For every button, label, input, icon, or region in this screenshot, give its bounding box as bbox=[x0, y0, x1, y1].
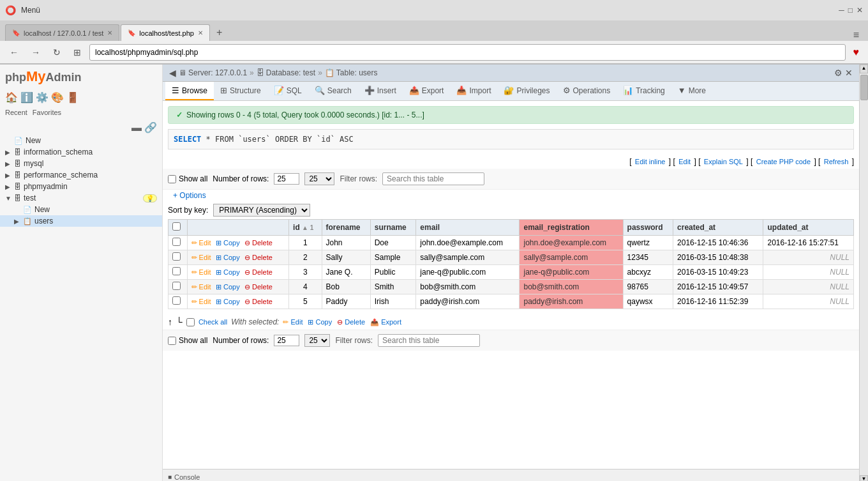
bookmark-icon[interactable]: ♥ bbox=[849, 45, 864, 59]
th-surname[interactable]: surname bbox=[370, 220, 416, 236]
num-rows-input[interactable] bbox=[274, 173, 299, 185]
row-checkbox[interactable] bbox=[172, 252, 181, 261]
toolbar-tab-privileges[interactable]: 🔐 Privileges bbox=[497, 82, 556, 100]
close-btn[interactable]: ✕ bbox=[857, 6, 863, 15]
menu-label[interactable]: Menü bbox=[21, 6, 40, 15]
explain-sql-link[interactable]: Explain SQL bbox=[704, 158, 743, 165]
tree-item-mysql[interactable]: ▶ 🗄 mysql bbox=[0, 158, 162, 169]
delete-row-link[interactable]: ⊖ Delete bbox=[244, 239, 273, 247]
delete-row-link[interactable]: ⊖ Delete bbox=[244, 268, 273, 276]
copy-row-link[interactable]: ⊞ Copy bbox=[216, 268, 240, 276]
show-all-checkbox[interactable] bbox=[168, 175, 176, 183]
th-email-registration[interactable]: email_registration bbox=[520, 220, 623, 236]
breadcrumb-table[interactable]: 📋 Table: users bbox=[325, 68, 378, 77]
tab-menu-icon[interactable]: ≡ bbox=[849, 29, 863, 41]
bottom-edit-link[interactable]: ✏ Edit bbox=[283, 318, 303, 326]
refresh-link[interactable]: Refresh bbox=[824, 158, 849, 165]
tree-item-test-new[interactable]: 📄 New bbox=[0, 204, 162, 215]
filter-bottom-input[interactable] bbox=[378, 334, 480, 347]
sort-select[interactable]: PRIMARY (Ascending) bbox=[213, 204, 310, 217]
row-checkbox[interactable] bbox=[172, 296, 181, 305]
link-icon[interactable]: 🔗 bbox=[144, 121, 157, 134]
copy-row-link[interactable]: ⊞ Copy bbox=[216, 283, 240, 291]
th-email[interactable]: email bbox=[416, 220, 520, 236]
show-all-bottom-label[interactable]: Show all bbox=[168, 336, 207, 345]
delete-row-link[interactable]: ⊖ Delete bbox=[244, 283, 273, 291]
edit-link[interactable]: Edit bbox=[678, 158, 691, 165]
theme-icon[interactable]: 🎨 bbox=[51, 91, 64, 103]
scrollbar-up-btn[interactable]: ▲ bbox=[860, 65, 868, 73]
minimize-btn[interactable]: ─ bbox=[839, 6, 844, 15]
breadcrumb-settings-icon[interactable]: ⚙ bbox=[834, 68, 842, 78]
edit-row-link[interactable]: ✏ Edit bbox=[191, 298, 211, 305]
num-rows-select[interactable]: 25 50 100 bbox=[304, 172, 334, 185]
toolbar-tab-more[interactable]: ▼ More bbox=[671, 82, 712, 100]
toolbar-tab-sql[interactable]: 📝 SQL bbox=[267, 82, 308, 100]
browser-tab-1[interactable]: 🔖 localhost / 127.0.0.1 / test ✕ bbox=[5, 24, 119, 41]
show-all-bottom-checkbox[interactable] bbox=[168, 337, 176, 345]
select-all-checkbox[interactable] bbox=[172, 222, 181, 231]
options-link[interactable]: + Options bbox=[168, 188, 211, 202]
edit-row-link[interactable]: ✏ Edit bbox=[191, 268, 211, 276]
scrollbar-thumb[interactable] bbox=[860, 75, 868, 100]
tab-close-2[interactable]: ✕ bbox=[198, 29, 203, 36]
forward-button[interactable]: → bbox=[27, 45, 45, 59]
reload-button[interactable]: ↻ bbox=[49, 45, 65, 59]
copy-row-link[interactable]: ⊞ Copy bbox=[216, 239, 240, 247]
th-id[interactable]: id ▲ 1 bbox=[289, 220, 322, 236]
bottom-export-link[interactable]: 📤 Export bbox=[370, 318, 401, 326]
delete-row-link[interactable]: ⊖ Delete bbox=[244, 298, 273, 305]
toolbar-tab-structure[interactable]: ⊞ Structure bbox=[214, 82, 267, 100]
edit-row-link[interactable]: ✏ Edit bbox=[191, 239, 211, 247]
toolbar-tab-import[interactable]: 📥 Import bbox=[450, 82, 497, 100]
th-created-at[interactable]: created_at bbox=[673, 220, 763, 236]
info-icon[interactable]: ℹ️ bbox=[20, 91, 33, 103]
copy-row-link[interactable]: ⊞ Copy bbox=[216, 298, 240, 305]
tree-item-information-schema[interactable]: ▶ 🗄 information_schema bbox=[0, 146, 162, 158]
breadcrumb-database[interactable]: 🗄 Database: test bbox=[257, 68, 315, 77]
th-password[interactable]: password bbox=[623, 220, 673, 236]
home-icon[interactable]: 🏠 bbox=[5, 91, 18, 103]
toolbar-tab-search[interactable]: 🔍 Search bbox=[308, 82, 358, 100]
breadcrumb-arrow[interactable]: ◀ bbox=[169, 68, 176, 78]
toolbar-tab-insert[interactable]: ➕ Insert bbox=[358, 82, 403, 100]
delete-row-link[interactable]: ⊖ Delete bbox=[244, 254, 273, 261]
check-all-bottom-checkbox[interactable] bbox=[186, 318, 195, 326]
toolbar-tab-operations[interactable]: ⚙ Operations bbox=[557, 82, 617, 100]
edit-row-link[interactable]: ✏ Edit bbox=[191, 283, 211, 291]
url-bar[interactable] bbox=[89, 44, 846, 61]
tab-close-1[interactable]: ✕ bbox=[107, 29, 112, 36]
maximize-btn[interactable]: □ bbox=[848, 6, 853, 15]
console-bar[interactable]: ■ Console bbox=[163, 469, 859, 481]
new-tab-button[interactable]: + bbox=[211, 24, 227, 41]
tree-item-phpmyadmin[interactable]: ▶ 🗄 phpmyadmin bbox=[0, 181, 162, 192]
filter-rows-input[interactable] bbox=[382, 172, 484, 185]
tree-item-users[interactable]: ▶ 📋 users bbox=[0, 215, 162, 227]
edit-inline-link[interactable]: Edit inline bbox=[635, 158, 666, 165]
tree-item-performance[interactable]: ▶ 🗄 performance_schema bbox=[0, 169, 162, 181]
sidebar-tab-recent[interactable]: Recent bbox=[5, 109, 27, 116]
th-updated-at[interactable]: updated_at bbox=[763, 220, 854, 236]
settings-icon[interactable]: ⚙️ bbox=[36, 91, 49, 103]
toolbar-tab-export[interactable]: 📤 Export bbox=[403, 82, 451, 100]
back-button[interactable]: ← bbox=[5, 45, 23, 59]
toolbar-tab-tracking[interactable]: 📊 Tracking bbox=[617, 82, 671, 100]
browser-tab-2[interactable]: 🔖 localhost/test.php ✕ bbox=[121, 24, 210, 41]
copy-row-link[interactable]: ⊞ Copy bbox=[216, 254, 240, 261]
breadcrumb-server[interactable]: 🖥 Server: 127.0.0.1 bbox=[179, 68, 247, 77]
show-all-label[interactable]: Show all bbox=[168, 174, 207, 183]
collapse-all-icon[interactable]: ▬ bbox=[131, 122, 142, 134]
apps-button[interactable]: ⊞ bbox=[69, 45, 86, 59]
toolbar-tab-browse[interactable]: ☰ Browse bbox=[165, 82, 214, 100]
check-all-link[interactable]: Check all bbox=[198, 318, 227, 326]
row-checkbox[interactable] bbox=[172, 267, 181, 275]
bottom-copy-link[interactable]: ⊞ Copy bbox=[308, 318, 332, 326]
tree-item-new[interactable]: 📄 New bbox=[0, 135, 162, 146]
edit-row-link[interactable]: ✏ Edit bbox=[191, 254, 211, 261]
row-checkbox[interactable] bbox=[172, 238, 181, 246]
tree-item-test[interactable]: ▼ 🗄 test 💡 bbox=[0, 192, 162, 204]
row-checkbox[interactable] bbox=[172, 282, 181, 290]
num-rows-bottom-select[interactable]: 25 bbox=[304, 334, 330, 347]
create-php-link[interactable]: Create PHP code bbox=[756, 158, 811, 165]
breadcrumb-close-icon[interactable]: ✕ bbox=[845, 68, 853, 78]
